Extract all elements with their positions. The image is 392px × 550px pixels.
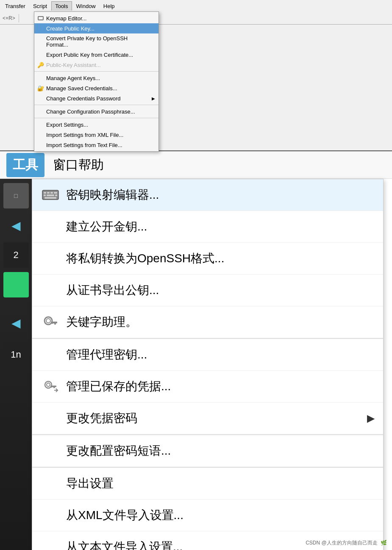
svg-rect-17 [53, 386, 55, 388]
menu-tools[interactable]: Tools [51, 1, 72, 11]
svg-point-10 [46, 319, 50, 323]
cn-label-convert-privkey: 将私钥转换为OpenSSH格式... [66, 250, 224, 267]
menu-item-export-pubkey[interactable]: Export Public Key from Certificate... [34, 50, 158, 60]
svg-rect-4 [54, 192, 57, 194]
bottom-header: 工具 窗口帮助 [0, 151, 392, 179]
menu-script[interactable]: Script [30, 2, 50, 11]
menu-label-create-pubkey: Create Public Key... [46, 25, 95, 32]
cn-menu-export-settings[interactable]: 导出设置 [32, 468, 383, 500]
svg-rect-18 [51, 386, 53, 388]
svg-rect-3 [50, 192, 53, 194]
svg-rect-2 [47, 192, 50, 194]
svg-rect-1 [44, 192, 46, 194]
separator-1 [34, 71, 158, 72]
submenu-arrow: ▶ [152, 96, 155, 101]
cn-menu-change-cred-pw[interactable]: 更改凭据密码 ▶ [32, 403, 383, 434]
key-shape: 🔑 [37, 62, 44, 68]
left-sidebar-strip: □ ◀ 2 ◀ 1n [0, 179, 32, 550]
svg-point-15 [47, 383, 50, 386]
watermark-icon: 🌿 [381, 540, 387, 546]
cn-menu-create-pubkey[interactable]: 建立公开金钥... [32, 211, 383, 243]
menu-label-manage-agent: Manage Agent Keys... [46, 75, 100, 81]
cn-label-key-assistant: 关键字助理。 [66, 314, 137, 330]
credentials-shape: 🔐 [37, 85, 44, 92]
menu-item-change-config-passphrase[interactable]: Change Configuration Passphrase... [34, 106, 158, 117]
separator-2 [34, 105, 158, 105]
cn-label-manage-credentials: 管理已保存的凭据... [66, 378, 171, 394]
menu-label-export-pubkey: Export Public Key from Certificate... [46, 52, 133, 58]
menu-item-pubkey-assistant: 🔑 Public-Key Assistant... [34, 60, 158, 70]
cn-menu-change-config-passphrase[interactable]: 更改配置密码短语... [32, 435, 383, 467]
keyboard-icon [37, 14, 44, 22]
tool-label-cn-highlighted: 工具 [6, 153, 44, 177]
menu-label-change-config-passphrase: Change Configuration Passphrase... [46, 108, 135, 115]
menu-item-manage-credentials[interactable]: 🔐 Manage Saved Credentials... [34, 83, 158, 93]
menu-bar: Transfer Script Tools Window Help [0, 0, 392, 12]
cn-menu-keymap[interactable]: 密钥映射编辑器... [32, 179, 383, 211]
menu-label-manage-credentials: Manage Saved Credentials... [46, 85, 117, 92]
strip-arrow-left[interactable]: ◀ [3, 213, 29, 238]
menu-item-manage-agent[interactable]: Manage Agent Keys... [34, 73, 158, 83]
watermark: CSDN @人生的方向随自己而走 🌿 [306, 539, 387, 547]
strip-item-1: □ [3, 183, 29, 208]
strip-arrow-right[interactable]: ◀ [3, 310, 29, 336]
svg-point-14 [45, 381, 52, 388]
credentials-icon: 🔐 [37, 84, 44, 92]
cn-menu-export-pubkey[interactable]: 从证书导出公钥... [32, 275, 383, 306]
cn-key-icon [41, 313, 60, 332]
cn-credentials-icon [41, 377, 60, 396]
svg-rect-12 [54, 322, 56, 325]
svg-rect-6 [47, 194, 54, 196]
cn-label-manage-agent: 管理代理密钥... [66, 347, 147, 363]
menu-label-convert-privkey: Convert Private Key to OpenSSH Format... [46, 35, 150, 48]
menu-transfer[interactable]: Transfer [2, 2, 29, 11]
menu-label-change-cred-password: Change Credentials Password [46, 95, 121, 102]
keyboard-shape [38, 16, 44, 20]
cn-label-import-text: 从文本文件导入设置... [66, 539, 183, 550]
cn-label-create-pubkey: 建立公开金钥... [66, 219, 147, 235]
svg-point-9 [44, 317, 52, 325]
top-section: Transfer Script Tools Window Help <+R> K… [0, 0, 392, 150]
bottom-section: 工具 窗口帮助 □ ◀ 2 ◀ 1n [0, 150, 392, 550]
key-icon: 🔑 [37, 61, 44, 69]
cn-keyboard-icon [41, 186, 60, 205]
toolbar-text: <+R> [3, 15, 15, 21]
cn-menu-import-xml[interactable]: 从XML文件导入设置... [32, 500, 383, 531]
cn-label-import-xml: 从XML文件导入设置... [66, 507, 183, 523]
svg-rect-8 [44, 197, 56, 199]
menu-label-pubkey-assistant: Public-Key Assistant... [46, 62, 101, 68]
tools-cn-text: 工具 [13, 158, 38, 172]
toolbar-divider [19, 14, 19, 22]
cn-menu-key-assistant[interactable]: 关键字助理。 [32, 306, 383, 338]
menu-item-change-cred-password[interactable]: Change Credentials Password ▶ [34, 93, 158, 103]
menu-window[interactable]: Window [73, 2, 99, 11]
menu-item-import-text[interactable]: Import Settings from Text File... [34, 140, 158, 150]
svg-rect-5 [44, 194, 46, 196]
dropdown-menu: Keymap Editor... Create Public Key... Co… [34, 11, 159, 152]
menu-label-export-settings: Export Settings... [46, 122, 88, 128]
cn-menu-manage-credentials[interactable]: 管理已保存的凭据... [32, 371, 383, 403]
cn-label-change-cred-pw: 更改凭据密码 [66, 410, 137, 426]
menu-item-export-settings[interactable]: Export Settings... [34, 119, 158, 130]
watermark-text: CSDN @人生的方向随自己而走 [306, 540, 378, 546]
menu-item-convert-privkey[interactable]: Convert Private Key to OpenSSH Format... [34, 33, 158, 50]
menu-item-create-pubkey[interactable]: Create Public Key... [34, 23, 158, 33]
cn-label-export-settings: 导出设置 [66, 475, 114, 492]
cn-submenu-arrow: ▶ [367, 412, 375, 424]
strip-item-number2: 1n [3, 342, 29, 367]
menu-item-keymap[interactable]: Keymap Editor... [34, 13, 158, 23]
cn-menu-manage-agent[interactable]: 管理代理密钥... [32, 339, 383, 371]
menu-item-import-xml[interactable]: Import Settings from XML File... [34, 130, 158, 140]
menu-label-import-text: Import Settings from Text File... [46, 142, 122, 148]
menu-help[interactable]: Help [100, 2, 118, 11]
cn-label-change-config-passphrase: 更改配置密码短语... [66, 443, 171, 459]
menu-label-keymap: Keymap Editor... [46, 15, 86, 22]
cn-menu-convert-privkey[interactable]: 将私钥转换为OpenSSH格式... [32, 243, 383, 275]
strip-item-green [3, 272, 29, 297]
svg-rect-13 [52, 322, 53, 324]
strip-item-number: 2 [3, 242, 29, 268]
svg-rect-7 [55, 194, 57, 196]
cn-label-export-pubkey: 从证书导出公钥... [66, 282, 159, 298]
separator-3 [34, 118, 158, 118]
menu-label-import-xml: Import Settings from XML File... [46, 132, 123, 138]
